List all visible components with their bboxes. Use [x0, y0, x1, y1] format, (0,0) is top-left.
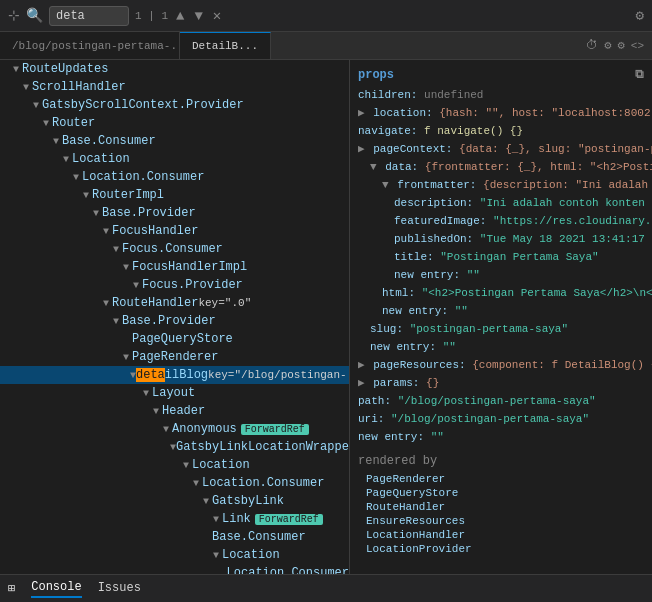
prop-line: featuredImage: "https://res.cloudinary.…: [350, 212, 652, 230]
tree-node[interactable]: ▼Focus.Consumer: [0, 240, 349, 258]
tree-node[interactable]: ▼Header: [0, 402, 349, 420]
tree-node[interactable]: ▼FocusHandler: [0, 222, 349, 240]
node-name: Focus.Consumer: [122, 242, 223, 256]
prop-key: html:: [382, 287, 415, 299]
prop-value: "": [455, 305, 468, 317]
tree-node[interactable]: ▼detailBlog key="/blog/postingan-...: [0, 366, 349, 384]
node-name: Base.Provider: [122, 314, 216, 328]
tree-arrow: ▼: [120, 262, 132, 273]
prop-key: new entry:: [382, 305, 448, 317]
node-name: PageRenderer: [132, 350, 218, 364]
timer-icon[interactable]: ⏱: [586, 38, 598, 53]
tree-node[interactable]: ▼Location: [0, 546, 349, 564]
tree-node[interactable]: ▼GatsbyLinkLocationWrapper: [0, 438, 349, 456]
tree-node[interactable]: ▼GatsbyScrollContext.Provider: [0, 96, 349, 114]
toolbar: ⊹ 🔍 1 | 1 ▲ ▼ ✕ ⚙: [0, 0, 652, 32]
tree-node[interactable]: ▼GatsbyLink: [0, 492, 349, 510]
tree-node[interactable]: ▼AnonymousForwardRef: [0, 420, 349, 438]
rendered-by-item: LocationProvider: [350, 542, 652, 556]
prop-value: "Postingan Pertama Saya": [440, 251, 598, 263]
tree-node[interactable]: Location.Consumer: [0, 564, 349, 574]
rendered-by-item: EnsureResources: [350, 514, 652, 528]
prop-value: "Ini adalah contoh konten: [480, 197, 645, 209]
prop-key: description:: [394, 197, 473, 209]
node-name: Anonymous: [172, 422, 237, 436]
node-name: RouteHandler: [112, 296, 198, 310]
nav-up-button[interactable]: ▲: [174, 8, 186, 24]
main-content: ▼RouteUpdates▼ScrollHandler▼GatsbyScroll…: [0, 60, 652, 574]
tree-node[interactable]: ▼Base.Consumer: [0, 132, 349, 150]
nav-down-button[interactable]: ▼: [192, 8, 204, 24]
tree-arrow: ▼: [200, 496, 212, 507]
tree-arrow: ▼: [110, 316, 122, 327]
prop-key: location:: [373, 107, 432, 119]
gear-icon[interactable]: ⚙: [636, 7, 644, 24]
node-name: Location.Consumer: [82, 170, 204, 184]
tree-node[interactable]: ▼LinkForwardRef: [0, 510, 349, 528]
tab-issues[interactable]: Issues: [98, 581, 141, 597]
forward-ref-badge: ForwardRef: [255, 514, 323, 525]
close-button[interactable]: ✕: [211, 7, 223, 24]
tree-node[interactable]: ▼Base.Provider: [0, 312, 349, 330]
tree-node[interactable]: ▼Location: [0, 456, 349, 474]
tree-node[interactable]: ▼RouteUpdates: [0, 60, 349, 78]
prop-line: uri: "/blog/postingan-pertama-saya": [350, 410, 652, 428]
tree-arrow: ▼: [20, 82, 32, 93]
prop-line: children: undefined: [350, 86, 652, 104]
prop-arrow[interactable]: [382, 179, 389, 191]
node-name: detailBlog: [136, 368, 208, 382]
prop-arrow[interactable]: [358, 107, 365, 119]
tree-node[interactable]: ▼Router: [0, 114, 349, 132]
prop-arrow[interactable]: [358, 143, 365, 155]
tree-node[interactable]: ▼ScrollHandler: [0, 78, 349, 96]
search-icon: 🔍: [26, 7, 43, 24]
prop-key: new entry:: [394, 269, 460, 281]
tree-arrow: ▼: [30, 100, 42, 111]
prop-value: {description: "Ini adalah c…: [483, 179, 652, 191]
tab-detail-blog[interactable]: DetailB...: [180, 32, 271, 59]
tree-node[interactable]: Base.Consumer: [0, 528, 349, 546]
tree-node[interactable]: ▼Location: [0, 150, 349, 168]
node-name: Location.Consumer: [202, 476, 324, 490]
tab-label: DetailB...: [192, 40, 258, 52]
tree-node[interactable]: ▼Focus.Provider: [0, 276, 349, 294]
prop-value: "Tue May 18 2021 13:41:17: [480, 233, 645, 245]
tree-node[interactable]: PageQueryStore: [0, 330, 349, 348]
tree-arrow: ▼: [150, 406, 162, 417]
tree-node[interactable]: ▼Location.Consumer: [0, 474, 349, 492]
node-name: Location: [192, 458, 250, 472]
tree-node[interactable]: ▼RouterImpl: [0, 186, 349, 204]
prop-arrow[interactable]: [358, 377, 365, 389]
prop-arrow[interactable]: [358, 359, 365, 371]
node-name: Location: [72, 152, 130, 166]
tree-node[interactable]: ▼RouteHandler key=".0": [0, 294, 349, 312]
tree-arrow: ▼: [60, 154, 72, 165]
prop-arrow[interactable]: [370, 161, 377, 173]
settings-icon[interactable]: ⚙: [604, 38, 611, 53]
prop-line: path: "/blog/postingan-pertama-saya": [350, 392, 652, 410]
settings2-icon[interactable]: ⚙: [618, 38, 625, 53]
node-name: GatsbyScrollContext.Provider: [42, 98, 244, 112]
code-icon[interactable]: <>: [631, 40, 644, 52]
node-name: Base.Consumer: [212, 530, 306, 544]
tree-node[interactable]: ▼Layout: [0, 384, 349, 402]
copy-icon[interactable]: ⧉: [635, 68, 644, 82]
tree-arrow: ▼: [190, 478, 202, 489]
tree-arrow: ▼: [110, 244, 122, 255]
tab-console[interactable]: Console: [31, 580, 81, 598]
component-tree[interactable]: ▼RouteUpdates▼ScrollHandler▼GatsbyScroll…: [0, 60, 350, 574]
tab-blog-postingan[interactable]: /blog/postingan-pertama-...: [0, 32, 180, 59]
tree-node[interactable]: ▼Location.Consumer: [0, 168, 349, 186]
prop-line: new entry: "": [350, 338, 652, 356]
tree-arrow: ▼: [10, 64, 22, 75]
search-input[interactable]: [49, 6, 129, 26]
tree-node[interactable]: ▼Base.Provider: [0, 204, 349, 222]
cursor-icon[interactable]: ⊹: [8, 7, 20, 24]
node-name: Location: [222, 548, 280, 562]
tree-node[interactable]: ▼FocusHandlerImpl: [0, 258, 349, 276]
prop-line: pageResources: {component: f DetailBlog(…: [350, 356, 652, 374]
props-title: props: [358, 68, 394, 82]
prop-key: publishedOn:: [394, 233, 473, 245]
tree-node[interactable]: ▼PageRenderer: [0, 348, 349, 366]
prop-value: {data: {_}, slug: "postingan-pe…: [459, 143, 652, 155]
